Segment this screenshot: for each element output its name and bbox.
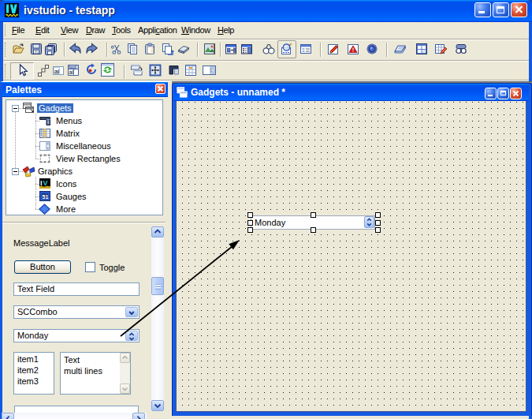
svg-text:al: al bbox=[69, 69, 74, 75]
svg-text:V: V bbox=[43, 179, 48, 187]
svg-text:51: 51 bbox=[43, 194, 49, 200]
svg-text:I: I bbox=[40, 179, 43, 187]
